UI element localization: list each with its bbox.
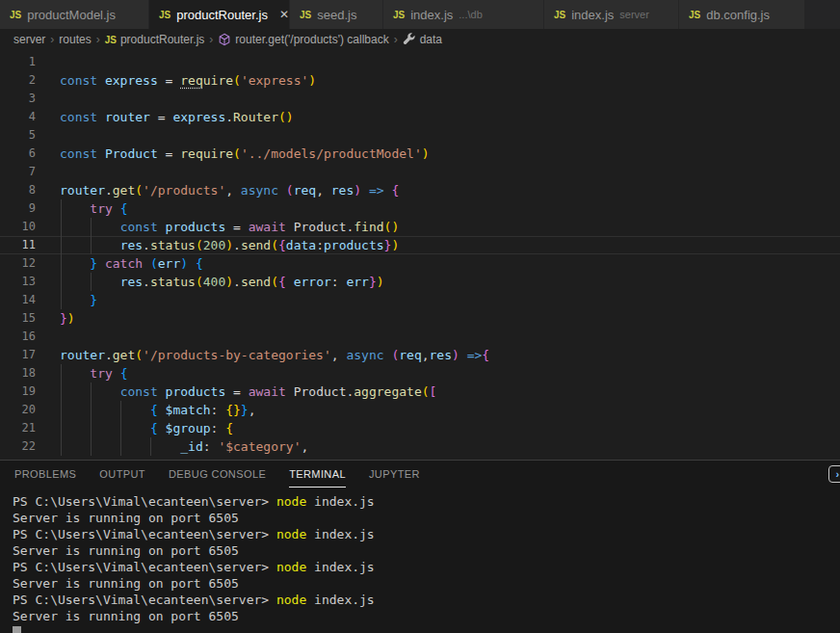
line-number: 22 bbox=[0, 437, 36, 456]
open-terminal-icon[interactable]: › bbox=[828, 465, 840, 483]
breadcrumb-item-callback[interactable]: router.get('/products') callback bbox=[218, 33, 388, 46]
js-file-icon: JS bbox=[393, 10, 405, 20]
editor-line-15[interactable]: 15}) bbox=[0, 309, 840, 328]
line-number: 9 bbox=[0, 199, 36, 218]
editor-line-21[interactable]: 21 { $group: { bbox=[0, 419, 840, 437]
panel-tab-output[interactable]: OUTPUT bbox=[99, 461, 145, 488]
editor-line-3[interactable]: 3 bbox=[0, 90, 840, 108]
tab-db-config-js[interactable]: JSdb.config.js bbox=[679, 0, 805, 29]
tab-label: seed.js bbox=[317, 8, 356, 22]
indent-guide bbox=[150, 437, 151, 456]
editor-line-18[interactable]: 18 try { bbox=[0, 364, 840, 382]
close-tab-icon[interactable]: ✕ bbox=[279, 8, 289, 21]
editor-line-14[interactable]: 14 } bbox=[0, 291, 840, 309]
editor-line-2[interactable]: 2const express = require('express') bbox=[0, 71, 840, 90]
chevron-right-icon: › bbox=[394, 33, 398, 46]
tab-label: productModel.js bbox=[27, 8, 116, 22]
symbol-property-wrench-icon bbox=[403, 33, 416, 46]
line-number: 3 bbox=[0, 90, 36, 108]
line-number: 10 bbox=[0, 218, 36, 236]
editor-line-4[interactable]: 4const router = express.Router() bbox=[0, 108, 840, 126]
editor-line-5[interactable]: 5 bbox=[0, 126, 840, 145]
line-number: 4 bbox=[0, 108, 36, 126]
code-editor[interactable]: 12const express = require('express')34co… bbox=[0, 50, 840, 460]
tab-description: ...\db bbox=[459, 9, 482, 20]
terminal-line: PS C:\Users\Vimal\ecanteen\server> node … bbox=[13, 526, 840, 542]
js-file-icon: JS bbox=[554, 10, 565, 20]
indent-guide bbox=[61, 273, 62, 291]
symbol-method-icon bbox=[218, 33, 231, 46]
breadcrumb-item-data[interactable]: data bbox=[403, 33, 442, 46]
editor-line-20[interactable]: 20 { $match: {}}, bbox=[0, 401, 840, 419]
tab-index-js[interactable]: JSindex.js...\db bbox=[383, 0, 544, 29]
line-number: 17 bbox=[0, 346, 36, 364]
editor-line-9[interactable]: 9 try { bbox=[0, 199, 840, 218]
line-number: 16 bbox=[0, 328, 36, 346]
editor-line-1[interactable]: 1 bbox=[0, 53, 840, 71]
terminal-line: Server is running on port 6505 bbox=[13, 608, 840, 624]
indent-guide bbox=[61, 291, 62, 309]
terminal-cursor-line bbox=[13, 626, 840, 633]
line-number: 14 bbox=[0, 291, 36, 309]
indent-guide bbox=[61, 382, 62, 401]
editor-tab-bar: JSproductModel.jsJSproductRouter.js✕JSse… bbox=[0, 0, 840, 29]
indent-guide bbox=[91, 401, 92, 419]
line-number: 19 bbox=[0, 382, 36, 401]
indent-guide bbox=[61, 401, 62, 419]
breadcrumb-item-routes[interactable]: routes bbox=[59, 33, 91, 46]
tab-label: index.js bbox=[571, 8, 614, 22]
breadcrumb: server › routes › JS productRouter.js › … bbox=[0, 29, 840, 50]
tab-label: db.config.js bbox=[706, 8, 770, 22]
editor-line-8[interactable]: 8router.get('/products', async (req, res… bbox=[0, 181, 840, 199]
indent-guide bbox=[120, 437, 121, 456]
line-number: 5 bbox=[0, 126, 36, 145]
indent-guide bbox=[120, 401, 121, 419]
panel-tab-debug-console[interactable]: DEBUG CONSOLE bbox=[169, 461, 266, 488]
indent-guide bbox=[61, 364, 62, 382]
indent-guide bbox=[61, 419, 62, 437]
editor-line-13[interactable]: 13 res.status(400).send({ error: err}) bbox=[0, 273, 840, 291]
js-file-icon: JS bbox=[300, 10, 311, 20]
panel-tab-problems[interactable]: PROBLEMS bbox=[14, 461, 76, 488]
indent-guide bbox=[91, 236, 92, 254]
tab-productModel-js[interactable]: JSproductModel.js bbox=[0, 0, 149, 29]
panel-tab-jupyter[interactable]: JUPYTER bbox=[369, 461, 420, 488]
breadcrumb-item-server[interactable]: server bbox=[13, 33, 45, 46]
breadcrumb-item-file[interactable]: JS productRouter.js bbox=[105, 33, 205, 46]
terminal-output[interactable]: PS C:\Users\Vimal\ecanteen\server> node … bbox=[0, 488, 840, 633]
chevron-right-icon: › bbox=[50, 33, 54, 46]
tab-label: productRouter.js bbox=[176, 8, 268, 22]
tab-seed-js[interactable]: JSseed.js bbox=[290, 0, 383, 29]
indent-guide bbox=[91, 419, 92, 437]
terminal-line: PS C:\Users\Vimal\ecanteen\server> node … bbox=[13, 559, 840, 575]
editor-line-10[interactable]: 10 const products = await Product.find() bbox=[0, 218, 840, 236]
indent-guide bbox=[61, 218, 62, 236]
indent-guide bbox=[91, 273, 92, 291]
line-number: 12 bbox=[0, 254, 36, 273]
terminal-line: Server is running on port 6505 bbox=[13, 542, 840, 559]
indent-guide bbox=[61, 437, 62, 456]
panel-tab-terminal[interactable]: TERMINAL bbox=[289, 461, 346, 488]
editor-line-11[interactable]: 11 res.status(200).send({data:products}) bbox=[0, 236, 840, 254]
indent-guide bbox=[91, 218, 92, 236]
editor-line-22[interactable]: 22 _id: '$category', bbox=[0, 437, 840, 456]
line-number: 2 bbox=[0, 71, 36, 90]
editor-line-6[interactable]: 6const Product = require('../models/prod… bbox=[0, 145, 840, 163]
line-number: 7 bbox=[0, 163, 36, 181]
terminal-cursor bbox=[13, 626, 21, 633]
editor-line-16[interactable]: 16 bbox=[0, 328, 840, 346]
line-number: 6 bbox=[0, 145, 36, 163]
tab-productRouter-js[interactable]: JSproductRouter.js✕ bbox=[149, 0, 290, 29]
editor-line-19[interactable]: 19 const products = await Product.aggreg… bbox=[0, 382, 840, 401]
line-number: 1 bbox=[0, 53, 36, 71]
indent-guide bbox=[61, 199, 62, 218]
line-number: 13 bbox=[0, 273, 36, 291]
js-file-icon: JS bbox=[105, 35, 117, 45]
indent-guide bbox=[91, 437, 92, 456]
editor-line-7[interactable]: 7 bbox=[0, 163, 840, 181]
editor-line-12[interactable]: 12 } catch (err) { bbox=[0, 254, 840, 273]
tab-index-js[interactable]: JSindex.jsserver bbox=[544, 0, 679, 29]
editor-line-17[interactable]: 17router.get('/products-by-categories', … bbox=[0, 346, 840, 364]
line-number: 21 bbox=[0, 419, 36, 437]
terminal-line: Server is running on port 6505 bbox=[13, 575, 840, 592]
